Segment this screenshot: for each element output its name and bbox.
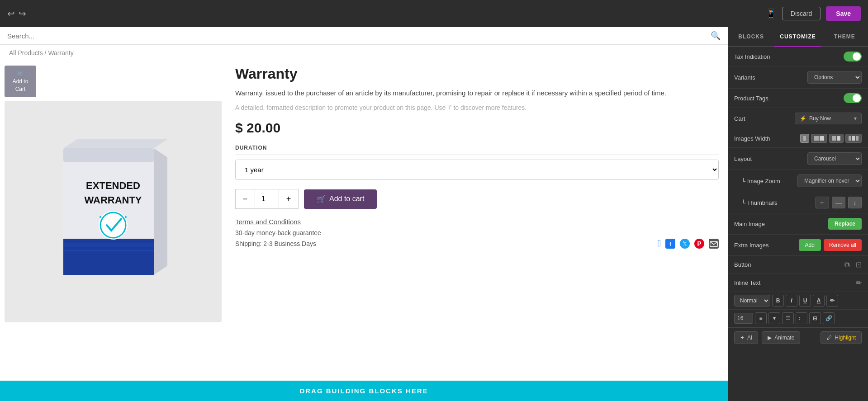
duration-select[interactable]: 1 year <box>235 160 719 180</box>
drag-blocks-bar[interactable]: DRAG BUILDING BLOCKS HERE <box>0 381 728 401</box>
underline-button[interactable]: U <box>799 295 811 307</box>
main-layout: 🔍 All Products / Warranty 🛒Add to Cart <box>0 27 868 401</box>
facebook-icon-svg[interactable]: f <box>665 239 675 249</box>
animate-label: Animate <box>774 335 794 341</box>
ai-button[interactable]: ✦ AI <box>734 331 758 344</box>
undo-button[interactable]: ↩ <box>7 8 15 19</box>
button-section-label: Button <box>734 261 841 268</box>
product-image-box: EXTENDED WARRANTY <box>5 101 222 322</box>
main-image-label: Main Image <box>734 221 825 227</box>
layout-row: Layout Carousel <box>728 148 868 170</box>
save-button[interactable]: Save <box>826 6 861 21</box>
ordered-list-button[interactable]: ≔ <box>796 312 807 324</box>
quantity-add-row: − + 🛒 Add to cart <box>235 189 719 209</box>
tab-blocks[interactable]: BLOCKS <box>728 27 774 46</box>
unordered-list-button[interactable]: ☰ <box>782 312 794 324</box>
product-tags-row: Product Tags <box>728 89 868 108</box>
format-style-select[interactable]: Normal <box>734 295 770 307</box>
product-price: $ 20.00 <box>235 120 719 136</box>
duration-label: DURATION <box>235 145 719 151</box>
content-area: 🔍 All Products / Warranty 🛒Add to Cart <box>0 27 728 401</box>
button-paste-icon[interactable]: ⊡ <box>856 260 862 269</box>
thumb-bottom-button[interactable]: ↓ <box>848 197 862 208</box>
bold-button[interactable]: B <box>772 295 784 307</box>
breadcrumb-all-products[interactable]: All Products <box>9 49 43 57</box>
svg-text:P: P <box>697 240 701 247</box>
link-button[interactable]: 🔗 <box>823 312 835 324</box>
breadcrumb-current: Warranty <box>48 49 73 57</box>
quantity-increase-button[interactable]: + <box>279 189 299 209</box>
search-bar: 🔍 <box>0 27 728 45</box>
inline-text-label: Inline Text <box>734 279 856 286</box>
search-icon[interactable]: 🔍 <box>711 31 721 41</box>
quantity-input[interactable] <box>255 189 279 209</box>
align-chevron-button[interactable]: ▾ <box>768 312 780 324</box>
extra-images-add-button[interactable]: Add <box>799 239 821 251</box>
svg-text:WARRANTY: WARRANTY <box>84 194 142 206</box>
social-icons:  f 𝕏 P <box>658 238 719 249</box>
extra-images-label: Extra Images <box>734 242 795 249</box>
image-zoom-select[interactable]: Magnifier on hover <box>797 175 862 187</box>
svg-text:EXTENDED: EXTENDED <box>86 180 140 191</box>
cart-select[interactable]: ⚡ Buy Now ▾ <box>795 113 862 124</box>
terms-link[interactable]: Terms and Conditions <box>235 218 719 226</box>
quantity-decrease-button[interactable]: − <box>235 189 255 209</box>
add-to-cart-label: Add to cart <box>329 195 364 203</box>
thumb-left-button[interactable]: ← <box>816 197 829 208</box>
animate-button[interactable]: ▶ Animate <box>762 331 800 344</box>
width-opt-1[interactable] <box>800 134 809 143</box>
svg-point-12 <box>100 216 101 218</box>
discard-button[interactable]: Discard <box>782 7 821 20</box>
layout-select[interactable]: Carousel <box>807 152 862 165</box>
text-color-button[interactable]: A <box>813 295 825 307</box>
play-icon: ▶ <box>768 335 772 341</box>
product-desc-placeholder: A detailed, formatted description to pro… <box>235 104 719 111</box>
width-opt-2[interactable] <box>811 134 827 143</box>
tab-theme[interactable]: THEME <box>821 27 868 46</box>
panel-tabs: BLOCKS CUSTOMIZE THEME <box>728 27 868 47</box>
format-bar: Normal B I U A ✏ <box>728 292 868 310</box>
product-details-col: Warranty Warranty, issued to the purchas… <box>222 66 719 372</box>
width-opt-3[interactable] <box>829 134 844 143</box>
search-input[interactable] <box>7 32 711 40</box>
variants-select[interactable]: Options <box>807 71 862 84</box>
facebook-icon[interactable]:  <box>658 238 661 249</box>
svg-point-13 <box>125 216 127 218</box>
cart-value: Buy Now <box>809 115 831 122</box>
button-copy-icon[interactable]: ⧉ <box>844 261 849 269</box>
variants-label: Variants <box>734 74 804 81</box>
thumb-off-button[interactable]: — <box>832 197 845 208</box>
ai-label: AI <box>747 335 752 341</box>
device-toggle-button[interactable]: 📱 <box>765 8 777 19</box>
top-bar: ↩ ↪ 📱 Discard Save <box>0 0 868 27</box>
inline-text-pencil-icon[interactable]: ✏ <box>856 278 862 287</box>
svg-marker-15 <box>63 139 167 148</box>
align-left-button[interactable]: ≡ <box>755 312 767 324</box>
tax-indication-toggle[interactable] <box>844 52 862 61</box>
italic-button[interactable]: I <box>786 295 797 307</box>
font-size-input[interactable] <box>734 313 753 324</box>
highlight-icon: 🖊 <box>826 335 832 341</box>
svg-rect-7 <box>63 250 154 251</box>
tab-customize[interactable]: CUSTOMIZE <box>774 27 821 47</box>
email-icon[interactable] <box>709 239 719 249</box>
extra-images-controls: Add Remove all <box>799 239 862 251</box>
redo-button[interactable]: ↪ <box>19 8 26 19</box>
text-color-label: A <box>817 297 821 304</box>
main-image-replace-button[interactable]: Replace <box>828 218 862 230</box>
pencil-button[interactable]: ✏ <box>826 295 838 307</box>
add-to-cart-floating-button[interactable]: 🛒Add to Cart <box>5 66 36 97</box>
layout-label: Layout <box>734 156 804 162</box>
ai-icon: ✦ <box>740 335 745 341</box>
lightning-icon: ⚡ <box>800 115 806 122</box>
product-tags-toggle[interactable] <box>844 93 862 103</box>
indent-button[interactable]: ⊟ <box>809 312 821 324</box>
guarantee-text: 30-day money-back guarantee <box>235 229 719 236</box>
twitter-icon[interactable]: 𝕏 <box>680 239 690 249</box>
extra-images-remove-button[interactable]: Remove all <box>824 239 862 251</box>
add-to-cart-button[interactable]: 🛒 Add to cart <box>304 189 377 209</box>
width-opt-4[interactable] <box>845 134 862 143</box>
images-width-options <box>800 134 862 143</box>
pinterest-icon[interactable]: P <box>694 239 704 249</box>
highlight-button[interactable]: 🖊 Highlight <box>821 331 862 344</box>
